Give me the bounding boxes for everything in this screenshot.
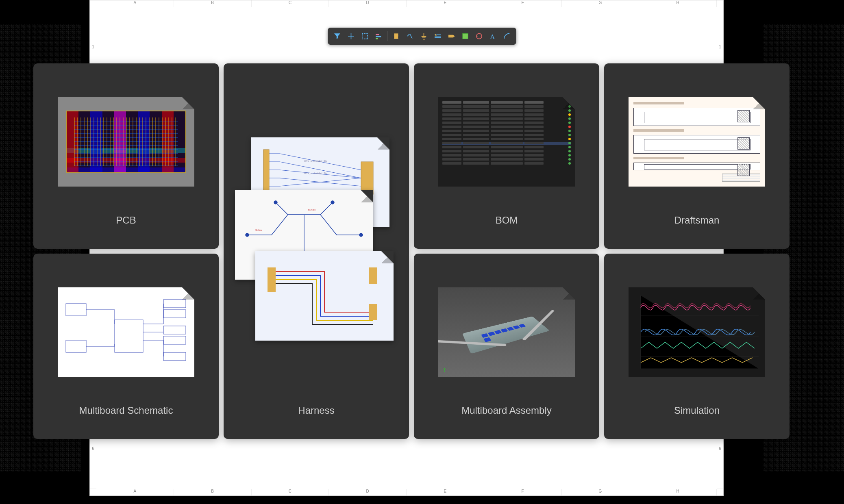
thumbnail-multiboard-assembly: ⊹ xyxy=(438,287,575,377)
port-icon[interactable] xyxy=(446,30,458,42)
svg-rect-5 xyxy=(448,35,453,38)
text-icon[interactable]: A xyxy=(487,30,499,42)
svg-rect-27 xyxy=(163,326,186,334)
thumbnail-harness-stack: Wire_unshielded_StdWire_unshielded_Std S… xyxy=(243,137,389,349)
dogear-icon xyxy=(381,251,394,263)
svg-rect-29 xyxy=(163,352,186,361)
svg-text:A: A xyxy=(490,33,495,40)
bus-icon[interactable] xyxy=(432,30,444,42)
svg-rect-25 xyxy=(163,300,186,308)
svg-rect-1 xyxy=(376,34,379,35)
svg-rect-10 xyxy=(263,150,269,190)
svg-rect-3 xyxy=(376,38,378,39)
card-pcb[interactable]: PCB xyxy=(33,63,219,249)
svg-rect-21 xyxy=(369,267,377,284)
card-label: Multiboard Schematic xyxy=(33,405,219,416)
svg-point-15 xyxy=(274,201,277,204)
svg-rect-20 xyxy=(369,304,377,320)
dogear-icon xyxy=(361,190,373,202)
dogear-icon xyxy=(753,97,765,109)
crosshair-icon[interactable] xyxy=(345,30,357,42)
card-multiboard-assembly[interactable]: ⊹ Multiboard Assembly xyxy=(414,254,599,439)
ground-icon[interactable] xyxy=(418,30,430,42)
thumbnail-pcb xyxy=(58,97,194,187)
select-rect-icon[interactable] xyxy=(359,30,371,42)
card-label: Harness xyxy=(224,405,409,416)
svg-rect-23 xyxy=(66,304,86,316)
card-simulation[interactable]: Simulation xyxy=(604,254,790,439)
card-harness[interactable]: Wire_unshielded_StdWire_unshielded_Std S… xyxy=(224,63,409,439)
svg-text:Bundle: Bundle xyxy=(308,209,316,211)
card-label: Draftsman xyxy=(604,215,790,226)
probe-icon[interactable] xyxy=(473,30,485,42)
thumbnail-bom xyxy=(438,97,575,187)
svg-point-13 xyxy=(246,233,249,237)
toolbar-separator xyxy=(387,31,388,41)
sheet-symbol-icon[interactable] xyxy=(459,30,472,42)
dogear-icon xyxy=(182,287,194,300)
floating-toolbar: A xyxy=(328,28,516,45)
svg-text:Wire_unshielded_Std: Wire_unshielded_Std xyxy=(304,160,327,162)
svg-text:Splice: Splice xyxy=(255,229,262,231)
svg-rect-4 xyxy=(394,33,398,39)
svg-rect-28 xyxy=(163,336,186,344)
thumbnail-draftsman xyxy=(629,97,765,187)
arc-icon[interactable] xyxy=(501,30,513,42)
column-headers-top: ABCDEFGH xyxy=(96,0,717,7)
svg-rect-9 xyxy=(361,162,373,194)
dogear-icon xyxy=(753,287,765,300)
svg-rect-26 xyxy=(163,310,186,318)
thumbnail-simulation xyxy=(629,287,765,377)
card-bom[interactable]: BOM xyxy=(414,63,599,249)
dogear-icon xyxy=(563,287,575,300)
card-label: Multiboard Assembly xyxy=(414,405,599,416)
svg-rect-19 xyxy=(268,267,276,292)
column-headers-bottom: ABCDEFGH xyxy=(96,489,717,495)
svg-point-16 xyxy=(331,201,334,204)
document-type-grid: PCB Wire_unshielded_StdWire_unshielded_S… xyxy=(33,63,790,439)
align-icon[interactable] xyxy=(373,30,385,42)
svg-text:Wire_unshielded_Std: Wire_unshielded_Std xyxy=(304,172,327,174)
svg-rect-6 xyxy=(463,33,468,39)
svg-rect-22 xyxy=(115,320,143,352)
card-draftsman[interactable]: Draftsman xyxy=(604,63,790,249)
net-icon[interactable] xyxy=(404,30,416,42)
dogear-icon xyxy=(377,137,389,150)
svg-rect-2 xyxy=(376,36,381,37)
card-label: BOM xyxy=(414,215,599,226)
axis-gizmo-icon: ⊹ xyxy=(442,367,446,373)
filter-icon[interactable] xyxy=(331,30,344,42)
svg-point-14 xyxy=(359,233,363,237)
component-icon[interactable] xyxy=(390,30,402,42)
dogear-icon xyxy=(563,97,575,109)
card-multiboard-schematic[interactable]: Multiboard Schematic xyxy=(33,254,219,439)
dogear-icon xyxy=(182,97,194,109)
svg-rect-0 xyxy=(362,33,368,39)
card-label: Simulation xyxy=(604,405,790,416)
card-label: PCB xyxy=(33,215,219,226)
thumbnail-multiboard-schematic xyxy=(58,287,194,377)
svg-rect-24 xyxy=(66,340,86,352)
